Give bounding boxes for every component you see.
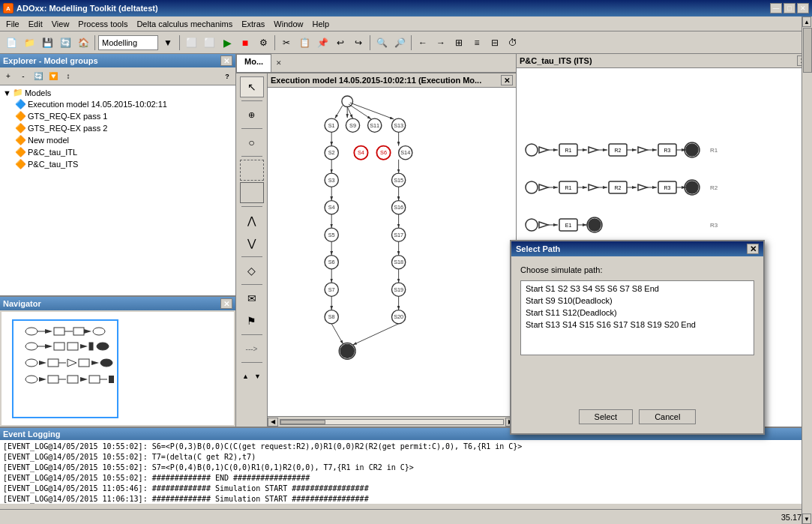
dialog-body: Choose simulate path: Start S1 S2 S3 S4 … <box>511 256 763 433</box>
dialog-close-btn[interactable]: ✕ <box>747 244 759 254</box>
modal-overlay: Select Path ✕ Choose simulate path: Star… <box>0 0 812 524</box>
path-item-0[interactable]: Start S1 S2 S3 S4 S5 S6 S7 S8 End <box>523 283 752 295</box>
path-item-3[interactable]: Start S13 S14 S15 S16 S17 S18 S19 S20 En… <box>523 319 752 331</box>
path-item-2[interactable]: Start S11 S12(Deadlock) <box>523 307 752 319</box>
dialog-path-list[interactable]: Start S1 S2 S3 S4 S5 S6 S7 S8 End Start … <box>520 280 754 355</box>
dialog-title: Select Path <box>516 244 560 253</box>
select-path-dialog: Select Path ✕ Choose simulate path: Star… <box>510 240 765 435</box>
dialog-title-bar: Select Path ✕ <box>511 241 763 256</box>
dialog-cancel-btn[interactable]: Cancel <box>639 409 696 424</box>
dialog-select-btn[interactable]: Select <box>579 409 634 424</box>
dialog-extra-space <box>520 355 754 400</box>
path-item-1[interactable]: Start S9 S10(Deadlock) <box>523 295 752 307</box>
dialog-label: Choose simulate path: <box>520 265 754 274</box>
dialog-buttons: Select Cancel <box>520 409 754 424</box>
